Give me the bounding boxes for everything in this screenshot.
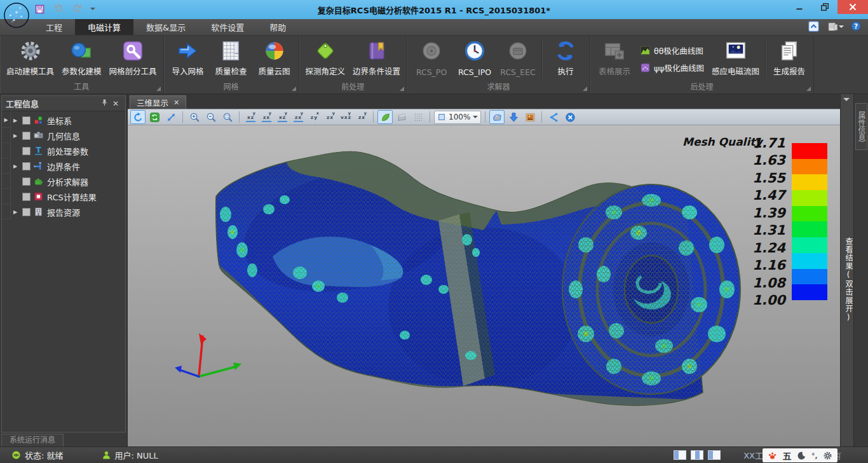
ime-punctuation[interactable]: °, [811, 452, 818, 460]
ribbon-button-theta-polarization-curve[interactable]: θθ极化曲线图 [640, 45, 704, 57]
tree-checkbox[interactable] [22, 132, 31, 140]
view-orientation-button-7[interactable]: vxzy [339, 110, 353, 124]
tree-item-analysis-solver[interactable]: 分析求解器 [2, 174, 125, 189]
tree-expander-icon[interactable]: ▶ [11, 118, 20, 123]
tree-checkbox[interactable] [22, 147, 31, 155]
zoom-in-button[interactable] [187, 110, 202, 124]
tree-item-coordinate-system[interactable]: ▶▶坐标系 [2, 113, 125, 128]
capture-image-button[interactable] [522, 110, 538, 124]
ribbon-button-generate-report[interactable]: 生成报告 [768, 38, 811, 81]
ribbon-button-psi-polarization-curve[interactable]: ψψ极化曲线图 [640, 62, 704, 74]
close-button[interactable] [837, 0, 868, 14]
3d-canvas[interactable]: Mesh Quality 1.711.631.551.471.391.311.2… [128, 125, 840, 446]
ime-wubi-mode[interactable]: 五 [782, 449, 791, 462]
menu-tab-电磁计算[interactable]: 电磁计算 [75, 19, 133, 35]
pan-arrow-button[interactable] [163, 110, 179, 124]
gutter-expander-icon[interactable]: ▶ [2, 117, 10, 123]
ribbon-button-mesh-partition-tool[interactable]: 网格剖分工具 [105, 38, 161, 81]
tree-item-boundary-conditions[interactable]: ▶边界条件 [2, 158, 125, 174]
ribbon-button-label: 网格剖分工具 [109, 65, 157, 79]
title-bar: 复杂目标RCS电磁分析软件2015 R1 - RCS_2015031801* [0, 0, 868, 19]
panel-layout-icon-2[interactable] [691, 450, 703, 460]
view-orientation-button-4[interactable]: zxy [291, 110, 306, 124]
menu-tab-帮助[interactable]: 帮助 [257, 19, 299, 35]
tree-checkbox[interactable] [22, 177, 31, 186]
ribbon-button-import-mesh[interactable]: 导入网格 [166, 38, 210, 81]
ime-settings-gear-icon[interactable] [823, 451, 832, 460]
legend-color-cell [792, 284, 827, 300]
help-button[interactable] [850, 20, 863, 33]
tree-expander-icon[interactable]: ▶ [11, 209, 20, 215]
tree-gutter-cell [2, 174, 11, 189]
ime-paw-icon[interactable] [768, 451, 777, 460]
flat-display-button[interactable] [394, 110, 409, 124]
ribbon-button-rcs-ipo-solver[interactable]: RCS_IPO [453, 38, 496, 81]
ribbon-button-quality-cloud-map[interactable]: 质量云图 [253, 38, 296, 81]
ime-toolbar[interactable]: 五 °, [763, 448, 837, 462]
zoom-level-combo[interactable]: 100% [434, 111, 481, 124]
ribbon-button-induced-em-current-map[interactable]: 感应电磁流图 [708, 38, 763, 81]
panel-close-icon[interactable]: ✕ [110, 99, 121, 109]
menu-tab-软件设置[interactable]: 软件设置 [198, 19, 257, 35]
view-orientation-button-3[interactable]: xzy [275, 110, 290, 124]
minimize-button[interactable] [787, 0, 812, 14]
flip-view-button[interactable] [546, 110, 561, 124]
shaded-display-button[interactable] [377, 110, 393, 124]
panel-layout-icon-3[interactable] [708, 450, 721, 460]
strip-dropdown-icon[interactable] [843, 98, 850, 104]
fit-view-button[interactable] [489, 110, 505, 124]
view-sup-letter: y [348, 111, 351, 116]
zoom-out-button[interactable] [203, 110, 219, 124]
collapse-ribbon-button[interactable] [808, 20, 820, 33]
panel-layout-icon-1[interactable] [674, 450, 686, 460]
view-results-vertical-tab[interactable]: 查看结果(双击展开) [841, 237, 854, 322]
zoom-window-button[interactable] [220, 110, 235, 124]
tree-expander-icon[interactable]: ▶ [11, 133, 20, 139]
tree-checkbox[interactable] [22, 116, 31, 125]
viewport-tab-close-icon[interactable]: ✕ [173, 99, 179, 107]
tab-3d-display[interactable]: 三维显示 ✕ [130, 95, 186, 109]
tree-item-report-resources[interactable]: ▶报告资源 [2, 204, 125, 219]
tag-icon [315, 40, 336, 62]
ime-moon-icon[interactable] [797, 451, 806, 460]
display-style-button[interactable] [827, 21, 844, 33]
tree-item-geometry-info[interactable]: ▶几何信息 [2, 128, 125, 143]
screen-rotate-button[interactable] [147, 110, 162, 124]
ribbon-button-label: 生成报告 [773, 65, 805, 79]
import-result-button[interactable] [506, 110, 521, 124]
ribbon-button-execute-button[interactable]: 执行 [544, 38, 587, 81]
ribbon-separator [541, 40, 542, 78]
menu-tab-数据&显示[interactable]: 数据&显示 [133, 19, 198, 35]
tree-item-preprocess-params[interactable]: 前处理参数 [2, 143, 125, 158]
clear-view-button[interactable] [562, 110, 578, 124]
view-orientation-button-2[interactable]: zxy [259, 110, 274, 124]
view-orientation-button-1[interactable]: xzy [243, 110, 258, 124]
view-orientation-button-6[interactable]: zxy [323, 110, 337, 124]
ribbon-button-boundary-condition-settings[interactable]: 边界条件设置 [349, 38, 404, 81]
zoom-dropdown-icon[interactable] [473, 116, 478, 121]
ribbon-button-detect-angle-define[interactable]: 探测角定义 [302, 38, 349, 81]
tree-expander-icon[interactable]: ▶ [11, 163, 20, 169]
menu-tab-工程[interactable]: 工程 [33, 19, 75, 35]
tree-item-rcs-results[interactable]: RCS计算结果 [2, 189, 125, 204]
property-info-vertical-tab[interactable]: 属性信息 [855, 103, 867, 150]
tree-item-label: 边界条件 [47, 160, 80, 172]
ribbon-button-parametric-modeling[interactable]: 参数化建模 [58, 38, 105, 81]
ribbon-button-launch-modeling-tool[interactable]: 启动建模工具 [3, 38, 58, 81]
pin-icon[interactable] [98, 99, 110, 109]
system-messages-tab[interactable]: 系统运行消息 [1, 434, 64, 446]
app-logo-icon[interactable] [3, 2, 30, 29]
restore-button[interactable] [812, 0, 837, 14]
view-orientation-button-5[interactable]: zyx [307, 110, 322, 124]
wireframe-grid-button[interactable] [410, 110, 426, 124]
tree-checkbox[interactable] [22, 208, 31, 216]
tree-checkbox[interactable] [22, 193, 31, 201]
zout-icon [206, 112, 217, 123]
ribbon-group-网格: 导入网格质量检查质量云图网格 [164, 36, 299, 93]
ribbon-button-quality-check[interactable]: 质量检查 [210, 38, 253, 81]
results-collapsed-panel[interactable]: 查看结果(双击展开) [840, 94, 853, 446]
model-render [128, 125, 840, 446]
view-orientation-button-8[interactable]: zxy [355, 110, 369, 124]
orbit-rotate-button[interactable] [130, 110, 146, 124]
tree-checkbox[interactable] [22, 162, 31, 170]
